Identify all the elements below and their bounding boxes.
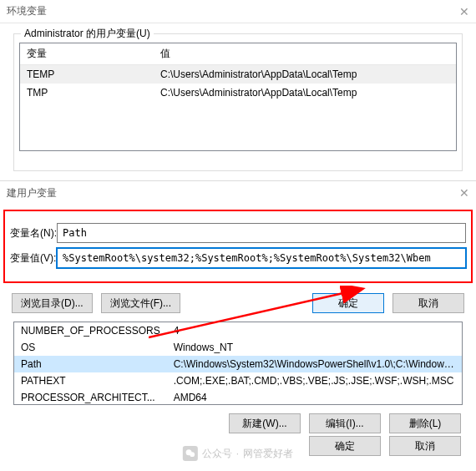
cell-name: TEMP	[20, 65, 154, 84]
close-icon[interactable]: ✕	[459, 5, 469, 18]
edit-dialog-buttons: 浏览目录(D)... 浏览文件(F)... 确定 取消	[0, 288, 476, 322]
cancel-button[interactable]: 取消	[392, 293, 464, 313]
edit-user-var-dialog: 建用户变量 ✕ 变量名(N): 变量值(V): 浏览目录(D)... 浏览文件(…	[0, 180, 476, 433]
watermark-sep: ·	[236, 448, 239, 459]
svg-point-2	[190, 452, 195, 457]
edit-button[interactable]: 编辑(I)...	[309, 413, 381, 433]
delete-button[interactable]: 删除(L)	[389, 413, 461, 433]
cell-name: NUMBER_OF_PROCESSORS	[14, 322, 167, 339]
new-button[interactable]: 新建(W)...	[229, 413, 301, 433]
cell-value: .COM;.EXE;.BAT;.CMD;.VBS;.VBE;.JS;.JSE;.…	[167, 372, 462, 389]
titlebar: 建用户变量 ✕	[0, 181, 476, 205]
watermark-name: 网管爱好者	[243, 447, 293, 461]
var-value-label: 变量值(V):	[10, 251, 57, 266]
parent-dialog-footer: 确定 取消	[309, 436, 461, 456]
cell-value: C:\Windows\System32\WindowsPowerShell\v1…	[167, 356, 462, 372]
var-name-label: 变量名(N):	[10, 226, 57, 241]
table-row[interactable]: TEMPC:\Users\Administrator\AppData\Local…	[20, 65, 456, 84]
env-vars-dialog: 环境变量 ✕ Administrator 的用户变量(U) 变量 值 TEMPC…	[0, 0, 476, 171]
table-row[interactable]: PATHEXT.COM;.EXE;.BAT;.CMD;.VBS;.VBE;.JS…	[14, 372, 462, 389]
table-row[interactable]: PROCESSOR_ARCHITECT...AMD64	[14, 389, 462, 405]
close-icon[interactable]: ✕	[459, 186, 469, 200]
browse-dir-button[interactable]: 浏览目录(D)...	[12, 293, 93, 313]
ok-button[interactable]: 确定	[312, 293, 384, 313]
highlighted-fields: 变量名(N): 变量值(V):	[3, 210, 473, 283]
user-vars-group: Administrator 的用户变量(U) 变量 值 TEMPC:\Users…	[13, 33, 463, 171]
system-vars-buttons: 新建(W)... 编辑(I)... 删除(L)	[0, 405, 476, 433]
cell-value: C:\Users\Administrator\AppData\Local\Tem…	[154, 84, 456, 102]
user-vars-table[interactable]: 变量 值 TEMPC:\Users\Administrator\AppData\…	[19, 43, 457, 151]
titlebar: 环境变量 ✕	[0, 0, 476, 23]
group-label: Administrator 的用户变量(U)	[21, 27, 154, 41]
cell-name: PROCESSOR_ARCHITECT...	[14, 389, 167, 405]
watermark-prefix: 公众号	[202, 447, 232, 461]
dialog-title: 建用户变量	[7, 186, 57, 200]
col-variable[interactable]: 变量	[20, 43, 154, 65]
cell-value: C:\Users\Administrator\AppData\Local\Tem…	[154, 65, 456, 84]
dialog-title: 环境变量	[7, 4, 47, 18]
var-value-input[interactable]	[57, 248, 466, 268]
watermark: 公众号 · 网管爱好者	[183, 446, 293, 461]
browse-file-button[interactable]: 浏览文件(F)...	[101, 293, 180, 313]
table-row[interactable]: PathC:\Windows\System32\WindowsPowerShel…	[14, 356, 462, 372]
cell-value: Windows_NT	[167, 339, 462, 356]
table-row[interactable]: NUMBER_OF_PROCESSORS4	[14, 322, 462, 339]
table-row[interactable]: TMPC:\Users\Administrator\AppData\Local\…	[20, 84, 456, 102]
cell-name: OS	[14, 339, 167, 356]
cell-name: TMP	[20, 84, 154, 102]
cell-name: Path	[14, 356, 167, 372]
table-row[interactable]: OSWindows_NT	[14, 339, 462, 356]
cell-value: 4	[167, 322, 462, 339]
col-value[interactable]: 值	[154, 43, 456, 65]
cell-value: AMD64	[167, 389, 462, 405]
cancel-button[interactable]: 取消	[389, 436, 461, 456]
var-name-input[interactable]	[57, 223, 466, 243]
ok-button[interactable]: 确定	[309, 436, 381, 456]
system-vars-table[interactable]: NUMBER_OF_PROCESSORS4OSWindows_NTPathC:\…	[13, 322, 463, 405]
cell-name: PATHEXT	[14, 372, 167, 389]
wechat-icon	[183, 446, 198, 461]
